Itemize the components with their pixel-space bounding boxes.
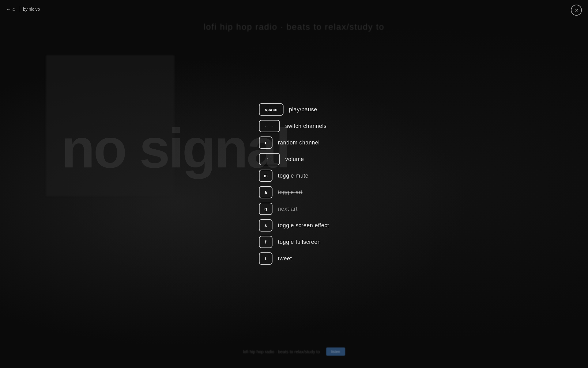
shortcut-label-g: next art [278, 206, 298, 212]
back-button[interactable]: ← ⌂ [6, 6, 15, 12]
key-badge-f: f [259, 236, 273, 248]
shortcut-row-f: ftoggle fullscreen [259, 236, 321, 248]
shortcut-row-space: spaceplay/pause [259, 103, 317, 116]
shortcut-label-s: toggle screen effect [278, 222, 329, 229]
shortcut-label-m: toggle mute [278, 173, 309, 179]
key-badge-a: a [259, 186, 273, 198]
shortcut-row-r: rrandom channel [259, 136, 320, 149]
shortcut-label-space: play/pause [289, 106, 317, 113]
key-badge-g: g [259, 203, 273, 215]
key-badge-s: s [259, 219, 273, 232]
shortcut-row-g: gnext art [259, 203, 298, 215]
author-label: by nic vo [23, 7, 40, 12]
bottom-listen-btn[interactable]: listen [326, 347, 345, 356]
shortcuts-panel: spaceplay/pause← →switch channelsrrandom… [259, 103, 329, 265]
shortcut-row-s: stoggle screen effect [259, 219, 329, 232]
shortcut-row-t: ttweet [259, 252, 292, 265]
key-badge-space: space [259, 103, 284, 116]
close-button[interactable]: ✕ [571, 5, 582, 16]
shortcut-row-arrow-ud: ↑ ↓volume [259, 153, 304, 165]
background-no-signal-text: no signal [61, 117, 289, 180]
shortcut-label-arrow-lr: switch channels [285, 123, 327, 129]
header-left: ← ⌂ by nic vo [6, 6, 40, 12]
shortcut-label-f: toggle fullscreen [278, 239, 321, 245]
close-icon: ✕ [575, 7, 579, 13]
shortcut-label-a: toggle art [278, 189, 303, 196]
key-badge-m: m [259, 170, 273, 182]
back-icon: ← ⌂ [6, 6, 15, 12]
top-blur-text: lofi hip hop radio · beats to relax/stud… [0, 22, 588, 32]
shortcut-row-m: mtoggle mute [259, 170, 309, 182]
key-badge-t: t [259, 252, 273, 265]
shortcut-label-arrow-ud: volume [285, 156, 304, 163]
header-divider [19, 6, 19, 12]
bottom-bar: lofi hip hop radio · beats to relax/stud… [0, 347, 588, 356]
key-badge-arrow-ud: ↑ ↓ [259, 153, 280, 165]
key-badge-r: r [259, 136, 273, 149]
bottom-blur-text: lofi hip hop radio · beats to relax/stud… [243, 349, 320, 354]
shortcut-row-a: atoggle art [259, 186, 303, 198]
shortcut-row-arrow-lr: ← →switch channels [259, 120, 327, 132]
shortcut-label-t: tweet [278, 255, 292, 262]
header: ← ⌂ by nic vo ✕ [0, 0, 588, 18]
key-badge-arrow-lr: ← → [259, 120, 280, 132]
shortcut-label-r: random channel [278, 140, 320, 146]
